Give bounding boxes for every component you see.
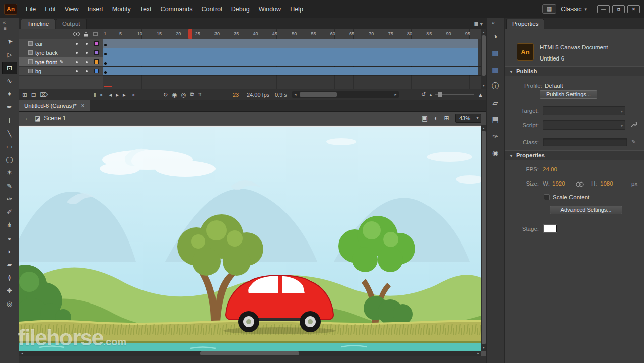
expand-panels-icon[interactable]: « xyxy=(492,20,495,26)
paint-bucket-tool[interactable]: ◒ xyxy=(2,232,17,245)
link-dimensions-icon[interactable] xyxy=(575,182,584,187)
menu-item-edit[interactable]: Edit xyxy=(40,0,60,18)
info-panel-icon[interactable]: ⓘ xyxy=(489,80,502,92)
line-tool[interactable]: ╲ xyxy=(2,127,17,140)
frames-area[interactable]: 15101520253035404550556065707580859095 xyxy=(103,29,481,89)
menu-item-insert[interactable]: Insert xyxy=(83,0,108,18)
color-panel-icon[interactable]: ◑ xyxy=(489,30,502,42)
tab-output[interactable]: Output xyxy=(56,19,87,29)
reset-timeline-zoom-icon[interactable]: ↺ xyxy=(421,91,426,98)
publish-section-header[interactable]: ▼Publish xyxy=(505,66,644,76)
library-panel-icon[interactable]: ▤ xyxy=(489,113,502,126)
scroll-up-icon[interactable]: ▴ xyxy=(481,126,486,130)
scroll-right-icon[interactable]: ▸ xyxy=(475,351,481,356)
frame-rate-field[interactable]: 24.00 fps xyxy=(247,92,269,98)
timeline-zoom-slider[interactable] xyxy=(435,94,474,95)
scroll-right-icon[interactable]: ▸ xyxy=(392,92,399,97)
transform-panel-icon[interactable]: ▱ xyxy=(489,97,502,109)
menu-item-modify[interactable]: Modify xyxy=(108,0,135,18)
prev-frame-icon[interactable]: ◂ xyxy=(109,91,112,98)
modify-markers-icon[interactable]: ⌗ xyxy=(198,91,201,98)
pen-tool[interactable]: ✒ xyxy=(2,101,17,113)
eyedropper-tool[interactable]: ◗ xyxy=(2,245,17,258)
menu-item-control[interactable]: Control xyxy=(197,0,227,18)
layer-row[interactable]: tyre back xyxy=(19,48,103,57)
scroll-down-icon[interactable]: ▾ xyxy=(481,84,486,88)
advanced-settings-button[interactable]: Advanced Settings... xyxy=(550,206,622,214)
magic-wand-tool[interactable]: ✦ xyxy=(2,88,17,100)
hand-tool[interactable]: ✥ xyxy=(2,284,17,297)
wrench-icon[interactable] xyxy=(630,121,637,128)
components-panel-icon[interactable]: ◉ xyxy=(489,147,502,159)
panel-menu-icon[interactable]: ≡ xyxy=(4,26,7,31)
scrollbar-thumb[interactable] xyxy=(300,92,337,97)
menu-item-text[interactable]: Text xyxy=(135,0,156,18)
frame-row[interactable] xyxy=(103,48,481,57)
close-document-icon[interactable]: × xyxy=(81,102,85,109)
scroll-left-icon[interactable]: ◂ xyxy=(292,92,299,97)
camera-icon[interactable]: ▣ xyxy=(422,114,428,122)
rectangle-tool[interactable]: ▭ xyxy=(2,140,17,153)
rotate-stage-icon[interactable]: ◐ xyxy=(434,115,438,122)
restore-button[interactable]: ⧉ xyxy=(612,5,625,13)
play-icon[interactable]: ▸ xyxy=(116,91,119,98)
pause-icon[interactable]: ‖ xyxy=(94,92,96,98)
stage-canvas[interactable] xyxy=(19,126,481,351)
tab-timeline[interactable]: Timeline xyxy=(21,19,55,29)
frame-ruler[interactable]: 15101520253035404550556065707580859095 xyxy=(103,29,481,39)
workspace-dropdown[interactable]: Classic ▾ xyxy=(561,6,587,13)
polystar-tool[interactable]: ✶ xyxy=(2,166,17,179)
timeline-panel-menu-icon[interactable]: ≣ ▾ xyxy=(474,21,483,27)
paint-brush-tool[interactable]: ✐ xyxy=(2,206,17,218)
frame-row[interactable] xyxy=(103,67,481,76)
height-value[interactable]: 1080 xyxy=(600,180,613,187)
eraser-tool[interactable]: ▰ xyxy=(2,258,17,271)
collapse-panel-icon[interactable]: « xyxy=(3,19,6,25)
onion-outline-icon[interactable]: ◎ xyxy=(181,91,186,98)
stage-horizontal-scrollbar[interactable]: ◂ ▸ xyxy=(19,351,481,356)
brush-tool[interactable]: ✑ xyxy=(2,193,17,205)
scene-name[interactable]: Scene 1 xyxy=(44,115,66,122)
layer-visible-dot[interactable] xyxy=(76,70,78,72)
free-transform-tool[interactable]: ⊡ xyxy=(2,62,17,74)
menu-item-debug[interactable]: Debug xyxy=(227,0,254,18)
next-frame-icon[interactable]: ▸ xyxy=(123,91,126,98)
menu-item-view[interactable]: View xyxy=(60,0,83,18)
outline-color-icon[interactable] xyxy=(93,32,98,36)
script-dropdown[interactable]: ▾ xyxy=(543,120,625,130)
scale-content-checkbox[interactable] xyxy=(544,194,550,200)
target-dropdown[interactable]: ▾ xyxy=(543,106,625,115)
zoom-tool[interactable]: ◎ xyxy=(2,297,17,310)
current-frame-field[interactable]: 23 xyxy=(233,92,239,98)
workspace-switcher-icon[interactable]: ▦ xyxy=(542,4,556,14)
layer-lock-dot[interactable] xyxy=(86,43,88,45)
slider-handle[interactable] xyxy=(438,92,442,97)
loop-icon[interactable]: ↻ xyxy=(163,91,168,98)
onion-skin-icon[interactable]: ◉ xyxy=(172,91,177,98)
layer-row[interactable]: tyre front✎ xyxy=(19,57,103,67)
align-panel-icon[interactable]: ▥ xyxy=(489,64,502,76)
playhead[interactable] xyxy=(188,29,192,89)
scrollbar-thumb[interactable] xyxy=(482,35,486,76)
layer-lock-dot[interactable] xyxy=(86,70,88,72)
back-arrow-icon[interactable]: ← xyxy=(24,114,31,122)
menu-item-file[interactable]: File xyxy=(21,0,40,18)
zoom-out-frames-icon[interactable]: ▴ xyxy=(430,92,432,97)
zoom-in-frames-icon[interactable]: ▲ xyxy=(478,92,483,98)
stage-color-swatch[interactable] xyxy=(544,225,557,232)
scrollbar-thumb[interactable] xyxy=(200,351,299,355)
brush-library-panel-icon[interactable]: ✑ xyxy=(489,130,502,142)
document-tab[interactable]: Untitled-6 (Canvas)* × xyxy=(19,100,90,111)
publish-settings-button[interactable]: Publish Settings... xyxy=(540,90,597,99)
new-folder-icon[interactable]: ⊟ xyxy=(31,91,36,98)
stage-vertical-scrollbar[interactable]: ▴ ▾ xyxy=(481,125,486,351)
layer-lock-dot[interactable] xyxy=(86,52,88,54)
width-tool[interactable]: ≬ xyxy=(2,271,17,284)
frame-row[interactable] xyxy=(103,39,481,48)
clip-content-icon[interactable]: ⊞ xyxy=(444,114,449,122)
menu-item-window[interactable]: Window xyxy=(254,0,285,18)
oval-tool[interactable]: ◯ xyxy=(2,153,17,166)
lasso-tool[interactable]: ∿ xyxy=(2,75,17,87)
properties-section-header[interactable]: ▼Properties xyxy=(505,150,644,160)
fps-value[interactable]: 24.00 xyxy=(543,166,557,173)
